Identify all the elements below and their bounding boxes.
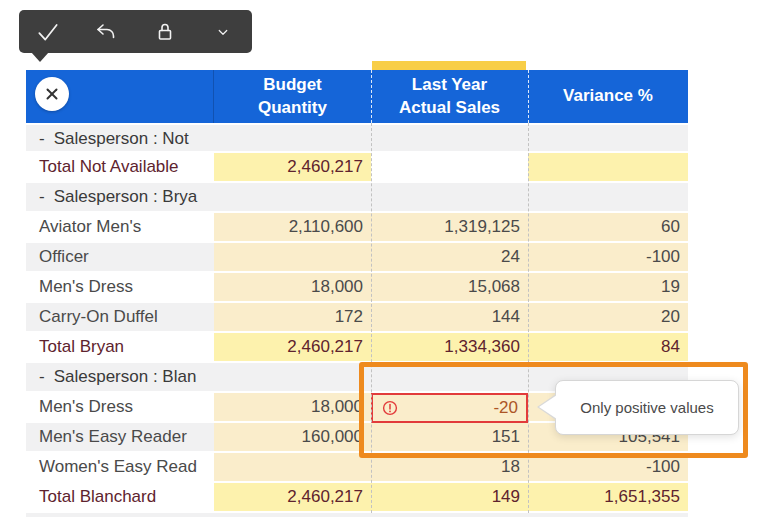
sales-cell[interactable]: 1,334,360 [371, 333, 528, 363]
collapse-toggle-icon[interactable]: - [39, 183, 45, 211]
header-variance[interactable]: Variance % [528, 70, 688, 123]
row-label: Men's Easy Reader [39, 427, 187, 446]
row-label-cell[interactable]: Aviator Men's [26, 213, 214, 243]
budget-cell[interactable] [214, 363, 371, 393]
edit-toolbar [19, 10, 252, 53]
budget-cell[interactable] [214, 453, 371, 483]
variance-cell[interactable]: 60 [528, 213, 688, 243]
row-label-cell[interactable]: -Salesperson : Brya [26, 183, 214, 213]
variance-cell[interactable]: -100 [528, 453, 688, 483]
row-label-cell[interactable]: Officer [26, 243, 214, 273]
variance-cell[interactable]: -100 [528, 243, 688, 273]
variance-cell[interactable] [528, 123, 688, 153]
row-label: Salesperson : Brya [54, 187, 198, 206]
group-row: -Salesperson : Brya [26, 183, 688, 213]
sales-cell[interactable]: 1,319,125 [371, 213, 528, 243]
sales-cell[interactable]: 149 [371, 483, 528, 513]
sales-cell[interactable]: 15,068 [371, 273, 528, 303]
row-label-cell[interactable]: Men's Easy Reader [26, 423, 214, 453]
budget-cell[interactable] [214, 123, 371, 153]
collapse-toggle-icon[interactable]: - [39, 125, 45, 153]
variance-cell[interactable]: 20 [528, 303, 688, 333]
close-icon [44, 86, 60, 102]
sales-cell[interactable] [371, 363, 528, 393]
budget-cell[interactable]: 172 [214, 303, 371, 333]
row-label: Total Bryan [39, 337, 124, 356]
row-label-cell[interactable]: Men's Dress [26, 393, 214, 423]
error-cell-value: -20 [493, 398, 518, 418]
row-label-cell[interactable]: Carry-On Duffel [26, 303, 214, 333]
budget-cell[interactable] [214, 243, 371, 273]
row-label-cell[interactable]: Total Not Available [26, 153, 214, 183]
budget-cell[interactable]: 2,460,217 [214, 483, 371, 513]
validation-tooltip: Only positive values [555, 380, 739, 435]
total-row: Total Blanchard2,460,2171491,651,355 [26, 483, 688, 513]
total-row: Total Not Available2,460,217 [26, 153, 688, 183]
budget-cell[interactable]: 2,460,217 [214, 333, 371, 363]
data-row: Aviator Men's2,110,6001,319,12560 [26, 213, 688, 243]
row-label: Salesperson : Not [54, 129, 189, 148]
collapse-toggle-icon[interactable]: - [39, 363, 45, 391]
check-icon[interactable] [35, 19, 61, 45]
undo-icon[interactable] [93, 19, 119, 45]
variance-cell[interactable] [528, 153, 688, 183]
table-header: Budget Quantity Last Year Actual Sales V… [26, 70, 688, 123]
row-label: Women's Easy Read [39, 457, 197, 476]
sales-cell[interactable]: 151 [371, 423, 528, 453]
row-label-cell[interactable]: -Salesperson : Not [26, 123, 214, 153]
partial-next-row [26, 513, 688, 517]
row-label: Men's Dress [39, 277, 133, 296]
budget-cell[interactable]: 18,000 [214, 393, 371, 423]
row-label: Salesperson : Blan [54, 367, 197, 386]
sales-cell[interactable]: 18 [371, 453, 528, 483]
header-last-year-actual-sales[interactable]: Last Year Actual Sales [371, 70, 528, 123]
data-row: Women's Easy Read18-100 [26, 453, 688, 483]
budget-cell[interactable]: 2,460,217 [214, 153, 371, 183]
budget-cell[interactable]: 18,000 [214, 273, 371, 303]
sales-cell[interactable]: -20 [371, 393, 528, 423]
group-row: -Salesperson : Not [26, 123, 688, 153]
selected-column-strip [372, 61, 526, 70]
header-budget-quantity[interactable]: Budget Quantity [214, 70, 371, 123]
chevron-down-icon[interactable] [210, 19, 236, 45]
sales-cell[interactable]: 144 [371, 303, 528, 333]
data-row: Men's Dress18,00015,06819 [26, 273, 688, 303]
row-label: Total Not Available [39, 157, 179, 176]
variance-cell[interactable]: 1,651,355 [528, 483, 688, 513]
variance-cell[interactable]: 84 [528, 333, 688, 363]
total-row: Total Bryan2,460,2171,334,36084 [26, 333, 688, 363]
row-label-cell[interactable]: Total Bryan [26, 333, 214, 363]
table-body: -Salesperson : NotTotal Not Available2,4… [26, 123, 688, 513]
row-label-cell[interactable]: Men's Dress [26, 273, 214, 303]
variance-cell[interactable] [528, 183, 688, 213]
sales-cell[interactable]: 24 [371, 243, 528, 273]
row-label: Total Blanchard [39, 487, 156, 506]
data-row: Carry-On Duffel17214420 [26, 303, 688, 333]
row-label: Men's Dress [39, 397, 133, 416]
row-label-cell[interactable]: Women's Easy Read [26, 453, 214, 483]
sales-cell[interactable] [371, 123, 528, 153]
budget-cell[interactable]: 2,110,600 [214, 213, 371, 243]
warning-icon [382, 400, 398, 416]
close-button[interactable] [35, 77, 69, 111]
sales-cell[interactable] [371, 183, 528, 213]
row-label-cell[interactable]: -Salesperson : Blan [26, 363, 214, 393]
data-row: Officer24-100 [26, 243, 688, 273]
sales-cell[interactable] [371, 153, 528, 183]
row-label: Carry-On Duffel [39, 307, 158, 326]
variance-cell[interactable]: 19 [528, 273, 688, 303]
row-label: Officer [39, 247, 89, 266]
budget-cell[interactable] [214, 183, 371, 213]
tooltip-text: Only positive values [580, 399, 713, 416]
row-label: Aviator Men's [39, 217, 141, 236]
row-label-cell[interactable]: Total Blanchard [26, 483, 214, 513]
tooltip-arrow-icon [537, 394, 556, 420]
lock-icon[interactable] [152, 19, 178, 45]
budget-cell[interactable]: 160,000 [214, 423, 371, 453]
